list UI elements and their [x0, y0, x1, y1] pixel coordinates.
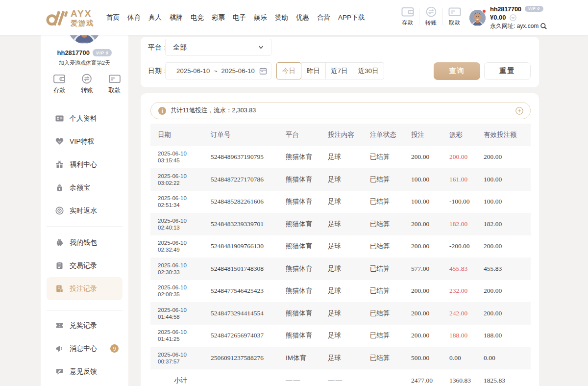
- cell-bet: 200.00: [404, 146, 442, 169]
- sidebar-item-feedback[interactable]: 意见反馈: [47, 360, 122, 383]
- top-navigation-bar: AYX 爱游戏 首页体育真人棋牌电竞彩票电子娱乐赞助优惠合营APP下载 存款 转…: [0, 0, 588, 35]
- cell-payout: 200.00: [442, 146, 476, 169]
- range-button-yesterday[interactable]: 昨日: [301, 62, 326, 79]
- wallet-icon: [53, 74, 66, 84]
- cell-date: 2025-06-1002:30:33: [150, 257, 203, 280]
- cell-content: 足球: [320, 213, 363, 235]
- cell-payout: 0.00: [442, 347, 476, 369]
- cell-bet: 100.00: [404, 191, 442, 213]
- column-header: 有效投注额: [476, 124, 531, 146]
- cell-platform: 熊猫体育: [278, 280, 320, 303]
- nav-item-slots[interactable]: 电子: [229, 13, 250, 22]
- sidebar-item-bet-records[interactable]: 投注记录: [47, 277, 122, 300]
- cell-date: 2025-06-1002:51:34: [150, 191, 203, 213]
- sidebar-item-message-center[interactable]: 消息中心9: [47, 337, 122, 360]
- cell-status: 已结算: [363, 347, 404, 369]
- header-transfer-button[interactable]: 转账: [419, 6, 442, 26]
- cell-date: 2025-06-1001:44:58: [150, 302, 203, 325]
- main-nav: 首页体育真人棋牌电竞彩票电子娱乐赞助优惠合营APP下载: [102, 0, 368, 35]
- brand-logo[interactable]: AYX 爱游戏: [46, 7, 94, 28]
- nav-item-promotions[interactable]: 优惠: [292, 13, 313, 22]
- sidebar-item-yuebao[interactable]: 余额宝: [47, 176, 122, 199]
- sidebar-transfer-button[interactable]: 转账: [73, 74, 100, 95]
- cell-date: 2025-06-1000:37:57: [150, 347, 203, 369]
- wallet-icon: [401, 6, 414, 17]
- table-row: 2025-06-1002:40:135248483239339701熊猫体育足球…: [150, 213, 531, 235]
- sidebar-vip-badge: VIP 0: [93, 49, 112, 56]
- nav-item-sponsor[interactable]: 赞助: [271, 13, 292, 22]
- range-button-last-7-days[interactable]: 近7日: [325, 62, 353, 79]
- cell-order-no: 2506091237588276: [203, 347, 278, 369]
- table-row: 2025-06-1003:15:455248489637190795熊猫体育足球…: [150, 146, 531, 169]
- nav-item-partner[interactable]: 合营: [313, 13, 334, 22]
- balance-amount: ¥0.00: [490, 14, 506, 21]
- cell-content: 足球: [320, 235, 363, 258]
- cell-bet: 200.00: [404, 280, 442, 303]
- cell-payout: 188.00: [442, 325, 476, 347]
- cell-bet: 577.00: [404, 257, 442, 280]
- transfer-icon: [425, 6, 438, 17]
- reset-button[interactable]: 重置: [484, 62, 531, 80]
- header-withdraw-button[interactable]: 取款: [443, 6, 466, 26]
- nav-item-sports[interactable]: 体育: [123, 13, 145, 22]
- cell-valid-bet: 200.00: [476, 280, 531, 303]
- cell-valid-bet: 100.00: [476, 168, 531, 191]
- nav-item-esports[interactable]: 电竞: [187, 13, 208, 22]
- unread-count-badge: 9: [110, 344, 119, 353]
- gift-icon: [55, 160, 64, 169]
- user-avatar[interactable]: [469, 10, 486, 26]
- summary-bar: 共计11笔投注，流水：2,303.83: [150, 102, 531, 119]
- range-button-last-30-days[interactable]: 近30日: [353, 62, 384, 79]
- sidebar-item-vip-privileges[interactable]: VIP特权: [47, 130, 122, 153]
- header-deposit-button[interactable]: 存款: [396, 6, 419, 26]
- cell-bet: 200.00: [404, 325, 442, 347]
- cell-order-no: 5248481501748308: [203, 257, 278, 280]
- search-icon[interactable]: [540, 23, 547, 30]
- cell-status: 已结算: [363, 325, 404, 347]
- cell-status: 已结算: [363, 257, 404, 280]
- nav-item-entertainment[interactable]: 娱乐: [250, 13, 271, 22]
- cell-bet: 200.00: [404, 235, 442, 258]
- rebate-disc-icon: [55, 206, 64, 215]
- sidebar-item-transaction-records[interactable]: 交易记录: [47, 254, 122, 277]
- search-button[interactable]: 查询: [434, 62, 480, 80]
- sidebar-divider: [47, 310, 122, 311]
- cell-content: 足球: [320, 191, 363, 213]
- platform-select[interactable]: 全部: [165, 39, 271, 56]
- notification-dot: [482, 9, 486, 13]
- sidebar-avatar[interactable]: [68, 35, 100, 44]
- sidebar-deposit-button[interactable]: 存款: [46, 74, 73, 95]
- nav-item-live[interactable]: 真人: [145, 13, 166, 22]
- cell-valid-bet: 455.83: [476, 257, 531, 280]
- cell-platform: 熊猫体育: [278, 235, 320, 258]
- cell-status: 已结算: [363, 191, 404, 213]
- sidebar-item-prize-records[interactable]: 兑奖记录: [47, 314, 122, 337]
- ticket-icon: [55, 321, 64, 330]
- cell-platform: IM体育: [278, 347, 320, 369]
- column-header: 派彩: [442, 124, 476, 146]
- cell-content: 足球: [320, 280, 363, 303]
- sidebar-item-realtime-rebate[interactable]: 实时返水: [47, 199, 122, 222]
- sidebar-item-welfare-center[interactable]: 福利中心: [47, 153, 122, 176]
- expand-plus-icon[interactable]: [515, 107, 523, 115]
- subtotal-platform: ——: [278, 369, 320, 386]
- platform-select-value: 全部: [173, 43, 258, 52]
- table-row: 2025-06-1002:32:495248481909766130熊猫体育足球…: [150, 235, 531, 258]
- sidebar-item-profile[interactable]: 个人资料: [47, 107, 122, 130]
- quick-range-group: 今日昨日近7日近30日: [276, 62, 384, 79]
- sidebar-item-my-wallet[interactable]: 我的钱包: [47, 231, 122, 254]
- nav-item-app-download[interactable]: APP下载: [334, 13, 368, 22]
- nav-item-chess[interactable]: 棋牌: [166, 13, 187, 22]
- cell-content: 足球: [320, 325, 363, 347]
- cell-status: 已结算: [363, 235, 404, 258]
- balance-dropdown-icon[interactable]: [510, 14, 516, 21]
- date-range-input[interactable]: 2025-06-10 ~ 2025-06-10: [165, 62, 271, 79]
- sidebar-withdraw-button[interactable]: 取款: [101, 74, 128, 95]
- nav-item-lottery[interactable]: 彩票: [208, 13, 229, 22]
- chevron-down-icon: [258, 44, 264, 51]
- cell-valid-bet: 100.00: [476, 191, 531, 213]
- username-text: hh2817700: [490, 6, 521, 12]
- range-button-today[interactable]: 今日: [276, 62, 301, 79]
- nav-item-home[interactable]: 首页: [102, 13, 123, 22]
- date-range-value: 2025-06-10 ~ 2025-06-10: [176, 67, 259, 75]
